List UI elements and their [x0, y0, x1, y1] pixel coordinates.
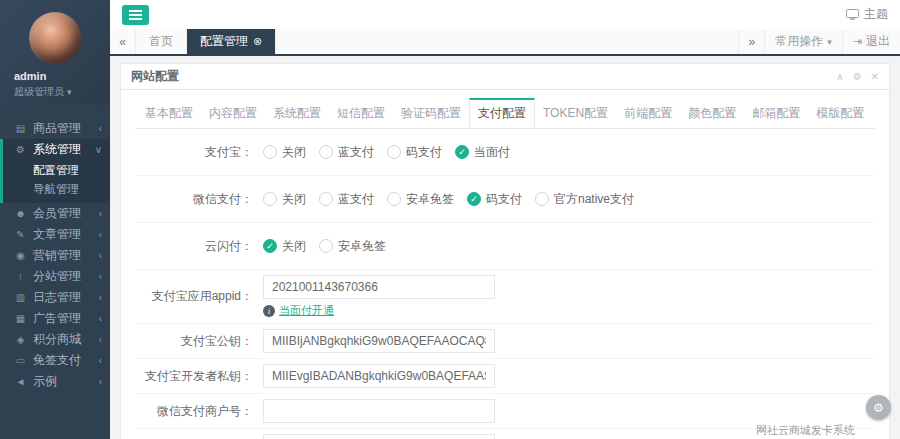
config-tab[interactable]: TOKEN配置 — [535, 98, 616, 129]
scroll-tabs-right-button[interactable]: » — [738, 29, 764, 54]
sidebar-group-system: ⚙系统管理∨配置管理导航管理 — [0, 139, 110, 203]
text-input[interactable] — [263, 399, 495, 423]
chevron-left-icon: ‹ — [99, 313, 102, 324]
text-input[interactable] — [263, 275, 495, 299]
radio-option[interactable]: 关闭 — [263, 191, 306, 208]
payment-config-form: 支付宝：关闭蓝支付码支付✓当面付微信支付：关闭蓝支付安卓免签✓码支付官方nati… — [135, 129, 875, 439]
menu-toggle-button[interactable] — [122, 5, 149, 25]
sidebar-item-label: 营销管理 — [33, 247, 81, 264]
config-tab[interactable]: 模版配置 — [808, 98, 872, 129]
radio-checked-icon: ✓ — [467, 192, 481, 206]
radio-icon — [319, 145, 333, 159]
config-tab[interactable]: 邮箱配置 — [744, 98, 808, 129]
form-control — [263, 329, 495, 353]
collapse-icon[interactable]: ∧ — [836, 71, 843, 82]
radio-option[interactable]: 安卓免签 — [319, 238, 386, 255]
logout-button[interactable]: ⇥退出 — [842, 29, 900, 54]
config-tabs: 基本配置内容配置系统配置短信配置验证码配置支付配置TOKEN配置前端配置颜色配置… — [135, 98, 875, 129]
form-label: 云闪付： — [135, 238, 253, 255]
config-tab[interactable]: WAP模版 — [872, 98, 875, 129]
scroll-right-icon: » — [748, 35, 755, 49]
sidebar-group-goods: ▤商品管理‹ — [0, 118, 110, 139]
radio-option[interactable]: 码支付 — [387, 144, 442, 161]
sidebar-item-articles[interactable]: ✎文章管理‹ — [3, 224, 110, 245]
sidebar-item-logs[interactable]: ▥日志管理‹ — [3, 287, 110, 308]
sidebar-subitem[interactable]: 导航管理 — [3, 180, 110, 199]
user-role-dropdown[interactable]: 超级管理员▾ — [0, 85, 110, 99]
avatar — [29, 12, 81, 64]
sidebar-group-substation: ↑分站管理‹ — [0, 266, 110, 287]
sidebar-item-marketing[interactable]: ◉营销管理‹ — [3, 245, 110, 266]
radio-option[interactable]: 官方native支付 — [535, 191, 634, 208]
radio-option[interactable]: ✓关闭 — [263, 238, 306, 255]
info-icon: i — [263, 305, 275, 317]
sidebar-group-logs: ▥日志管理‹ — [0, 287, 110, 308]
sidebar-group-marketing: ◉营销管理‹ — [0, 245, 110, 266]
tab-close-icon[interactable]: ⊗ — [253, 35, 262, 48]
help-link[interactable]: 当面付开通 — [279, 303, 334, 318]
page-tab[interactable]: 首页 — [136, 29, 187, 54]
sidebar-item-ads[interactable]: ▦广告管理‹ — [3, 308, 110, 329]
config-tab[interactable]: 短信配置 — [329, 98, 393, 129]
form-row: 支付宝开发者私钥： — [135, 359, 875, 394]
theme-button[interactable]: 主题 — [846, 6, 888, 23]
form-row: 微信支付商户号： — [135, 394, 875, 429]
sidebar-subitem[interactable]: 配置管理 — [3, 161, 110, 180]
panel-body: 基本配置内容配置系统配置短信配置验证码配置支付配置TOKEN配置前端配置颜色配置… — [121, 90, 889, 439]
radio-option[interactable]: ✓码支付 — [467, 191, 522, 208]
config-tab[interactable]: 基本配置 — [137, 98, 201, 129]
common-operations-label: 常用操作 — [775, 33, 823, 50]
sidebar-item-system[interactable]: ⚙系统管理∨ — [3, 139, 110, 160]
config-tab[interactable]: 内容配置 — [201, 98, 265, 129]
logout-icon: ⇥ — [853, 35, 862, 48]
sidebar-group-demo: ◄示例‹ — [0, 371, 110, 392]
radio-checked-icon: ✓ — [455, 145, 469, 159]
radio-checked-icon: ✓ — [263, 239, 277, 253]
radio-option[interactable]: 蓝支付 — [319, 191, 374, 208]
chevron-left-icon: ‹ — [99, 376, 102, 387]
radio-option[interactable]: ✓当面付 — [455, 144, 510, 161]
sidebar-item-members[interactable]: ☻会员管理‹ — [3, 203, 110, 224]
page-tabs: 首页配置管理⊗ — [136, 29, 276, 54]
radio-label: 官方native支付 — [554, 191, 634, 208]
scroll-tabs-left-button[interactable]: « — [110, 29, 136, 54]
close-icon[interactable]: ✕ — [871, 71, 879, 82]
page-tab-label: 首页 — [149, 33, 173, 50]
radio-option[interactable]: 关闭 — [263, 144, 306, 161]
text-input[interactable] — [263, 329, 495, 353]
config-tab[interactable]: 前端配置 — [616, 98, 680, 129]
text-input[interactable] — [263, 434, 495, 439]
sidebar-item-label: 示例 — [33, 373, 57, 390]
sidebar-group-ads: ▦广告管理‹ — [0, 308, 110, 329]
sidebar-item-label: 会员管理 — [33, 205, 81, 222]
tab-bar-actions: » 常用操作▾ ⇥退出 — [738, 29, 900, 54]
sidebar-item-goods[interactable]: ▤商品管理‹ — [3, 118, 110, 139]
page-tab[interactable]: 配置管理⊗ — [187, 29, 276, 54]
sidebar-item-demo[interactable]: ◄示例‹ — [3, 371, 110, 392]
help-line: i当面付开通 — [263, 303, 334, 318]
sidebar-item-free-pay[interactable]: ▭免签支付‹ — [3, 350, 110, 371]
form-row: 微信支付APPID： — [135, 429, 875, 439]
radio-option[interactable]: 蓝支付 — [319, 144, 374, 161]
config-tab[interactable]: 系统配置 — [265, 98, 329, 129]
radio-label: 关闭 — [282, 191, 306, 208]
radio-label: 蓝支付 — [338, 144, 374, 161]
config-tab[interactable]: 验证码配置 — [393, 98, 469, 129]
config-tab[interactable]: 颜色配置 — [680, 98, 744, 129]
form-control — [263, 399, 495, 423]
up-arrow-icon: ↑ — [13, 271, 28, 282]
radio-option[interactable]: 安卓免签 — [387, 191, 454, 208]
chevron-left-icon: ‹ — [99, 123, 102, 134]
chevron-left-icon: ‹ — [99, 250, 102, 261]
wrench-icon[interactable]: ⚙ — [853, 71, 862, 82]
side-menu: ▤商品管理‹⚙系统管理∨配置管理导航管理☻会员管理‹✎文章管理‹◉营销管理‹↑分… — [0, 118, 110, 392]
page-tab-bar: « 首页配置管理⊗ » 常用操作▾ ⇥退出 — [110, 29, 900, 56]
text-input[interactable] — [263, 364, 495, 388]
app-root: admin 超级管理员▾ ▤商品管理‹⚙系统管理∨配置管理导航管理☻会员管理‹✎… — [0, 0, 900, 439]
sidebar-item-substation[interactable]: ↑分站管理‹ — [3, 266, 110, 287]
monitor-icon — [846, 9, 859, 20]
sidebar-item-points-mall[interactable]: ◈积分商城‹ — [3, 329, 110, 350]
settings-fab-button[interactable]: ⚙ — [866, 395, 891, 420]
config-tab[interactable]: 支付配置 — [469, 98, 535, 129]
common-operations-dropdown[interactable]: 常用操作▾ — [764, 29, 842, 54]
